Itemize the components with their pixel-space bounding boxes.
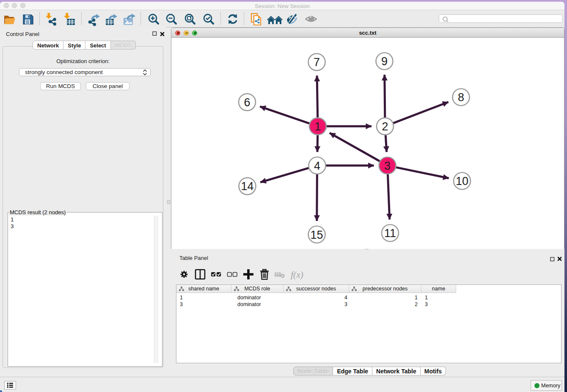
- svg-text:2: 2: [382, 120, 388, 133]
- svg-text:6: 6: [244, 96, 250, 109]
- svg-text:14: 14: [241, 180, 253, 193]
- svg-text:f(x): f(x): [291, 270, 303, 280]
- svg-text:15: 15: [311, 229, 323, 241]
- svg-text:3: 3: [384, 160, 391, 172]
- svg-text:10: 10: [456, 175, 468, 188]
- svg-text:7: 7: [314, 56, 320, 69]
- svg-text:4: 4: [314, 160, 320, 172]
- svg-text:8: 8: [458, 91, 464, 104]
- svg-text:11: 11: [384, 227, 396, 240]
- svg-text:9: 9: [381, 55, 388, 68]
- svg-text:1: 1: [314, 120, 321, 133]
